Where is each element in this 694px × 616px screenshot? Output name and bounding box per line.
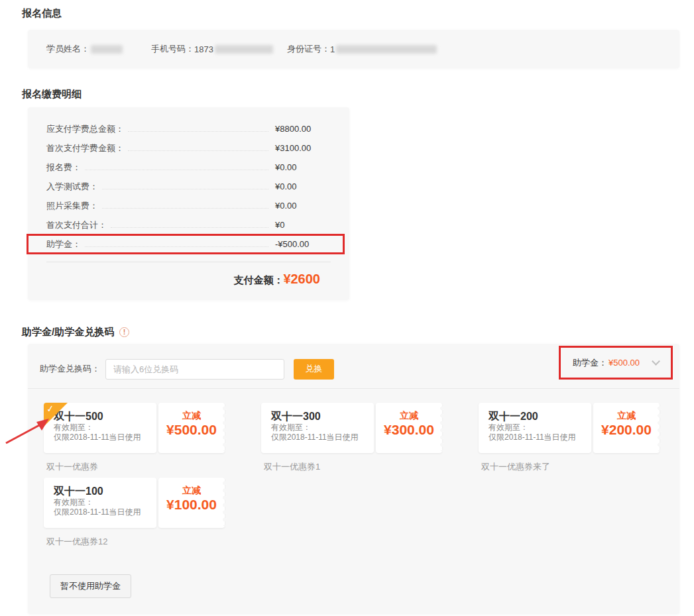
deduct-label: 立减 [376, 410, 442, 421]
dotted-leader [102, 189, 268, 189]
phone-label: 手机号码： [151, 43, 194, 55]
fee-value: ¥0 [275, 220, 331, 230]
coupon-area: ✓ 双十一500 有效期至： 仅限2018-11-11当日使用 立减 ¥500.… [28, 389, 679, 546]
coupon-caption: 双十一优惠券12 [46, 536, 225, 546]
fee-label: 首次支付学费金额： [46, 142, 124, 154]
fee-divider [46, 262, 331, 262]
fee-row-first-pay-total: 首次支付合计： ¥0 [46, 215, 331, 234]
coupon-block-200: 双十一200 有效期至： 仅限2018-11-11当日使用 立减 ¥200.00… [479, 403, 660, 472]
fee-value: ¥0.00 [275, 162, 331, 172]
coupon-name: 双十一300 [271, 410, 374, 423]
pay-total-value: ¥2600 [283, 272, 320, 286]
scholarship-dropdown[interactable]: 助学金： ¥500.00 [559, 346, 673, 380]
payment-details-title-text: 报名缴费明细 [22, 87, 82, 101]
coupon-validity-2: 仅限2018-11-11当日使用 [271, 433, 374, 442]
coupon-300[interactable]: 双十一300 有效期至： 仅限2018-11-11当日使用 立减 ¥300.00 [261, 403, 442, 453]
scholarship-panel: 助学金兑换码： 兑换 助学金： ¥500.00 [28, 344, 679, 614]
student-name-field: 学员姓名： [46, 43, 151, 55]
id-redacted [336, 45, 437, 54]
coupon-500-value[interactable]: 立减 ¥500.00 [158, 403, 225, 453]
redeem-row: 助学金兑换码： 兑换 助学金： ¥500.00 [28, 352, 679, 385]
red-arrow-annotation [4, 413, 52, 445]
coupon-500[interactable]: ✓ 双十一500 有效期至： 仅限2018-11-11当日使用 立减 ¥500.… [44, 403, 225, 453]
fee-row-photo: 照片采集费： ¥0.00 [46, 196, 331, 215]
fee-label: 报名费： [46, 162, 81, 174]
info-icon[interactable]: ! [119, 327, 129, 337]
coupon-block-300: 双十一300 有效期至： 仅限2018-11-11当日使用 立减 ¥300.00… [261, 403, 442, 472]
coupon-validity-1: 有效期至： [54, 423, 156, 433]
fee-value: -¥500.00 [275, 239, 331, 249]
coupon-300-main[interactable]: 双十一300 有效期至： 仅限2018-11-11当日使用 [261, 403, 374, 453]
redeem-code-input[interactable] [105, 359, 284, 380]
scholarship-dropdown-amount: ¥500.00 [608, 358, 640, 368]
fee-row-total-tuition: 应支付学费总金额： ¥8800.00 [46, 119, 331, 138]
scholarship-section-title: 助学金/助学金兑换码 ! [22, 325, 694, 338]
id-number-field: 身份证号：1 [287, 43, 437, 55]
id-number-label: 身份证号： [287, 43, 330, 55]
coupon-validity-1: 有效期至： [54, 497, 156, 507]
fee-label: 助学金： [46, 238, 81, 250]
coupon-validity-1: 有效期至： [271, 423, 374, 433]
deduct-amount: ¥300.00 [376, 421, 442, 439]
fee-row-entrance-test: 入学测试费： ¥0.00 [46, 177, 331, 196]
coupon-200-main[interactable]: 双十一200 有效期至： 仅限2018-11-11当日使用 [479, 403, 591, 453]
redeem-button[interactable]: 兑换 [294, 359, 334, 380]
fee-value: ¥8800.00 [275, 124, 331, 134]
scholarship-dropdown-label: 助学金： [573, 357, 607, 369]
coupon-200[interactable]: 双十一200 有效期至： 仅限2018-11-11当日使用 立减 ¥200.00 [479, 403, 660, 453]
skip-scholarship-button[interactable]: 暂不使用助学金 [50, 574, 131, 598]
fee-value: ¥3100.00 [275, 143, 331, 153]
registration-info-panel: 学员姓名： 手机号码：1873 身份证号：1 [28, 30, 679, 68]
fee-row-registration: 报名费： ¥0.00 [46, 158, 331, 177]
id-visible-digits: 1 [330, 44, 335, 54]
coupon-200-value[interactable]: 立减 ¥200.00 [593, 403, 660, 453]
registration-info-title-text: 报名信息 [22, 7, 62, 20]
registration-info-title: 报名信息 [22, 7, 694, 20]
coupon-name: 双十一500 [54, 410, 156, 423]
coupon-validity-1: 有效期至： [489, 423, 591, 433]
phone-visible-digits: 1873 [194, 44, 213, 54]
fee-row-scholarship: 助学金： -¥500.00 [46, 234, 331, 254]
fee-row-first-tuition: 首次支付学费金额： ¥3100.00 [46, 138, 331, 158]
deduct-label: 立减 [158, 485, 225, 495]
fee-value: ¥0.00 [275, 181, 331, 191]
student-name-label: 学员姓名： [46, 43, 89, 55]
dotted-leader [128, 150, 268, 151]
coupon-caption: 双十一优惠券1 [264, 461, 442, 472]
coupon-validity-2: 仅限2018-11-11当日使用 [489, 433, 591, 442]
scholarship-title-text: 助学金/助学金兑换码 [22, 325, 114, 338]
coupon-validity-2: 仅限2018-11-11当日使用 [54, 433, 156, 442]
payment-details-panel: 应支付学费总金额： ¥8800.00 首次支付学费金额： ¥3100.00 报名… [28, 107, 349, 300]
fee-label: 入学测试费： [46, 181, 98, 193]
coupon-100[interactable]: 双十一100 有效期至： 仅限2018-11-11当日使用 立减 ¥100.00 [44, 478, 225, 528]
coupon-row-1: ✓ 双十一500 有效期至： 仅限2018-11-11当日使用 立减 ¥500.… [44, 403, 664, 472]
coupon-name: 双十一100 [54, 485, 156, 497]
pay-total-label: 支付金额： [233, 274, 283, 285]
coupon-300-value[interactable]: 立减 ¥300.00 [376, 403, 442, 453]
fee-label: 照片采集费： [46, 200, 98, 212]
chevron-down-icon[interactable] [652, 357, 660, 366]
coupon-100-value[interactable]: 立减 ¥100.00 [158, 478, 225, 528]
deduct-amount: ¥500.00 [158, 421, 225, 439]
pay-total-row: 支付金额：¥2600 [46, 272, 331, 287]
dotted-leader [111, 227, 268, 228]
coupon-caption: 双十一优惠券来了 [481, 461, 660, 472]
payment-details-title: 报名缴费明细 [22, 87, 694, 101]
coupon-block-100: 双十一100 有效期至： 仅限2018-11-11当日使用 立减 ¥100.00… [44, 478, 225, 546]
coupon-validity-2: 仅限2018-11-11当日使用 [54, 507, 156, 517]
coupon-caption: 双十一优惠券 [46, 461, 225, 472]
coupon-block-500: ✓ 双十一500 有效期至： 仅限2018-11-11当日使用 立减 ¥500.… [44, 403, 225, 472]
redeem-code-label: 助学金兑换码： [40, 363, 100, 375]
dotted-leader [128, 131, 268, 132]
dotted-leader [102, 208, 268, 209]
phone-field: 手机号码：1873 [151, 43, 287, 55]
fee-value: ¥0.00 [275, 201, 331, 211]
coupon-row-2: 双十一100 有效期至： 仅限2018-11-11当日使用 立减 ¥100.00… [44, 478, 664, 546]
coupon-500-main[interactable]: ✓ 双十一500 有效期至： 仅限2018-11-11当日使用 [44, 403, 156, 453]
fee-label: 首次支付合计： [46, 219, 107, 231]
deduct-label: 立减 [158, 410, 225, 421]
phone-redacted [215, 45, 273, 54]
coupon-100-main[interactable]: 双十一100 有效期至： 仅限2018-11-11当日使用 [44, 478, 156, 528]
dotted-leader [85, 170, 268, 170]
deduct-amount: ¥100.00 [158, 495, 225, 514]
